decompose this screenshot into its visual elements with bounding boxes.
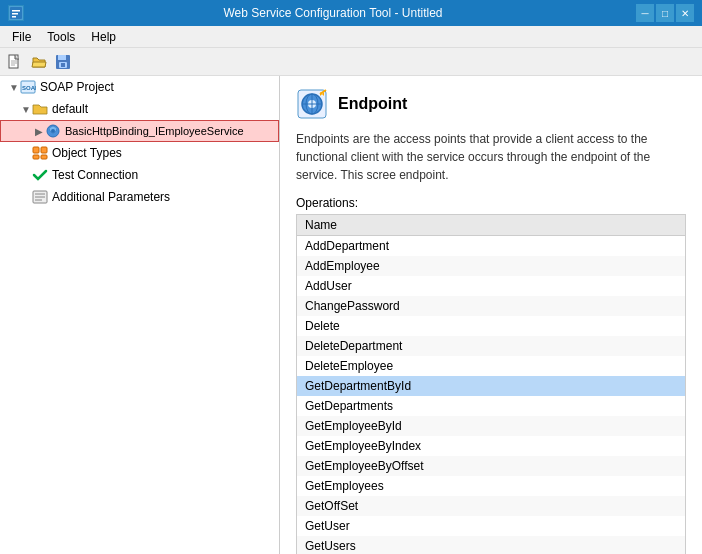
test-connection-label: Test Connection bbox=[52, 168, 138, 182]
default-label: default bbox=[52, 102, 88, 116]
expand-spacer bbox=[20, 147, 32, 159]
save-button[interactable] bbox=[52, 51, 74, 73]
svg-rect-2 bbox=[12, 13, 18, 15]
main-area: ▼ SOAP SOAP Project ▼ default ▶ bbox=[0, 76, 702, 554]
operation-row[interactable]: GetDepartmentById bbox=[297, 376, 685, 396]
endpoint-large-icon bbox=[296, 88, 328, 120]
operation-row[interactable]: ChangePassword bbox=[297, 296, 685, 316]
binding-icon bbox=[45, 123, 61, 139]
folder-icon bbox=[32, 101, 48, 117]
expand-spacer2 bbox=[20, 169, 32, 181]
menu-help[interactable]: Help bbox=[83, 28, 124, 46]
binding-label: BasicHttpBinding_IEmployeeService bbox=[65, 125, 244, 137]
expand-icon-binding: ▶ bbox=[33, 125, 45, 137]
operations-label: Operations: bbox=[296, 196, 686, 210]
soap-project-label: SOAP Project bbox=[40, 80, 114, 94]
window-controls: ─ □ ✕ bbox=[636, 4, 694, 22]
endpoint-title: Endpoint bbox=[338, 95, 407, 113]
tree-item-default[interactable]: ▼ default bbox=[0, 98, 279, 120]
window-title: Web Service Configuration Tool - Untitle… bbox=[30, 6, 636, 20]
operation-row[interactable]: GetDepartments bbox=[297, 396, 685, 416]
close-button[interactable]: ✕ bbox=[676, 4, 694, 22]
expand-icon: ▼ bbox=[8, 81, 20, 93]
tree-item-additional-params[interactable]: Additional Parameters bbox=[0, 186, 279, 208]
svg-point-15 bbox=[51, 129, 55, 133]
svg-rect-16 bbox=[33, 147, 39, 153]
operation-row[interactable]: GetUser bbox=[297, 516, 685, 536]
left-panel: ▼ SOAP SOAP Project ▼ default ▶ bbox=[0, 76, 280, 554]
svg-rect-18 bbox=[33, 155, 39, 159]
operations-column-header: Name bbox=[297, 215, 685, 236]
svg-text:SOAP: SOAP bbox=[22, 85, 36, 91]
operation-row[interactable]: GetUsers bbox=[297, 536, 685, 554]
tree-item-soap-project[interactable]: ▼ SOAP SOAP Project bbox=[0, 76, 279, 98]
app-icon bbox=[8, 5, 24, 21]
soap-icon: SOAP bbox=[20, 79, 36, 95]
operation-row[interactable]: AddEmployee bbox=[297, 256, 685, 276]
svg-rect-1 bbox=[12, 10, 20, 12]
operation-row[interactable]: GetEmployees bbox=[297, 476, 685, 496]
tree-item-binding[interactable]: ▶ BasicHttpBinding_IEmployeeService bbox=[0, 120, 279, 142]
testconn-icon bbox=[32, 167, 48, 183]
operations-table: Name AddDepartmentAddEmployeeAddUserChan… bbox=[296, 214, 686, 554]
expand-spacer3 bbox=[20, 191, 32, 203]
new-button[interactable] bbox=[4, 51, 26, 73]
svg-rect-17 bbox=[41, 147, 47, 153]
operation-row[interactable]: AddUser bbox=[297, 276, 685, 296]
menu-bar: File Tools Help bbox=[0, 26, 702, 48]
tree-item-object-types[interactable]: Object Types bbox=[0, 142, 279, 164]
expand-icon-default: ▼ bbox=[20, 103, 32, 115]
title-bar: Web Service Configuration Tool - Untitle… bbox=[0, 0, 702, 26]
right-panel: Endpoint Endpoints are the access points… bbox=[280, 76, 702, 554]
endpoint-header: Endpoint bbox=[296, 88, 686, 120]
addlparams-icon bbox=[32, 189, 48, 205]
minimize-button[interactable]: ─ bbox=[636, 4, 654, 22]
operation-row[interactable]: Delete bbox=[297, 316, 685, 336]
object-types-label: Object Types bbox=[52, 146, 122, 160]
maximize-button[interactable]: □ bbox=[656, 4, 674, 22]
svg-rect-9 bbox=[58, 55, 66, 60]
menu-file[interactable]: File bbox=[4, 28, 39, 46]
operation-row[interactable]: DeleteEmployee bbox=[297, 356, 685, 376]
svg-rect-11 bbox=[61, 63, 65, 67]
endpoint-description: Endpoints are the access points that pro… bbox=[296, 130, 686, 184]
toolbar bbox=[0, 48, 702, 76]
operation-row[interactable]: GetEmployeeByOffset bbox=[297, 456, 685, 476]
operation-row[interactable]: DeleteDepartment bbox=[297, 336, 685, 356]
svg-rect-3 bbox=[12, 16, 16, 18]
operations-list: AddDepartmentAddEmployeeAddUserChangePas… bbox=[297, 236, 685, 554]
open-button[interactable] bbox=[28, 51, 50, 73]
objecttypes-icon bbox=[32, 145, 48, 161]
tree-item-test-connection[interactable]: Test Connection bbox=[0, 164, 279, 186]
operation-row[interactable]: GetEmployeeById bbox=[297, 416, 685, 436]
operation-row[interactable]: AddDepartment bbox=[297, 236, 685, 256]
additional-params-label: Additional Parameters bbox=[52, 190, 170, 204]
operation-row[interactable]: GetEmployeeByIndex bbox=[297, 436, 685, 456]
operation-row[interactable]: GetOffSet bbox=[297, 496, 685, 516]
menu-tools[interactable]: Tools bbox=[39, 28, 83, 46]
svg-rect-19 bbox=[41, 155, 47, 159]
